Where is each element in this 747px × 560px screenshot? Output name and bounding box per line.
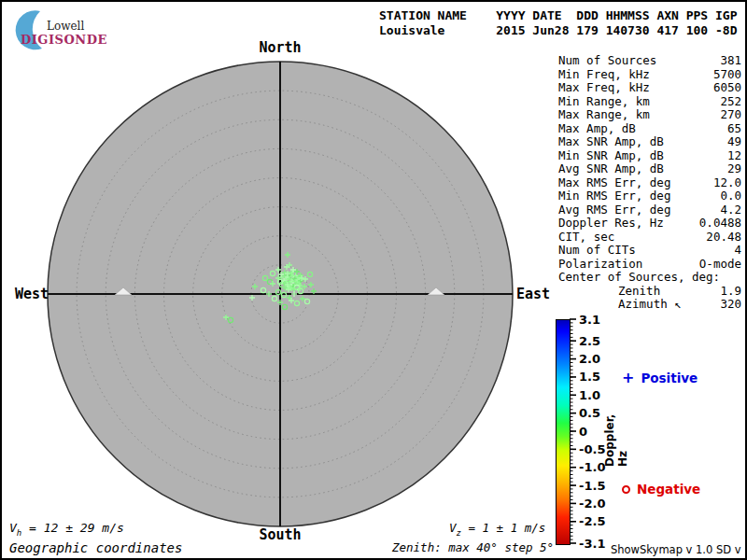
- legend-positive: + Positive: [622, 371, 698, 385]
- legend-negative-label: Negative: [637, 482, 700, 497]
- stats-row: Doppler Res, Hz0.0488: [558, 217, 741, 231]
- zenith-range-note: Zenith: max 40° step 5°: [392, 540, 554, 554]
- colorbar-tick-label: 2.5: [579, 334, 600, 348]
- stats-row: Max RMS Err, deg12.0: [558, 176, 741, 190]
- stats-row: Min RMS Err, deg0.0: [558, 189, 741, 203]
- stats-row: Azimuth ↖320: [558, 298, 741, 312]
- stats-row: CIT, sec20.48: [558, 231, 741, 245]
- stats-row: Max Range, km270: [558, 108, 741, 122]
- colorbar-tick-label: 2.0: [579, 352, 600, 366]
- legend-negative: Negative: [622, 482, 700, 497]
- stats-row: Avg RMS Err, deg4.2: [558, 203, 741, 217]
- legend-positive-label: Positive: [641, 371, 698, 385]
- stats-row: Num of CITs4: [558, 244, 741, 258]
- vertical-velocity-readout: Vz = 1 ± 1 m/s: [449, 521, 545, 538]
- colorbar-tick-label: -2.5: [579, 514, 605, 528]
- colorbar-tick-label: 3.1: [579, 313, 600, 327]
- software-version: ShowSkymap v 1.0 SD v 5.1: [611, 543, 745, 560]
- horizontal-velocity-readout: Vh = 12 ± 29 m/s: [9, 521, 124, 538]
- stats-row: Avg SNR Amp, dB29: [558, 162, 741, 176]
- stats-row: Center of Sources, deg:: [558, 271, 741, 285]
- compass-north-label: North: [259, 39, 301, 56]
- plus-marker-icon: +: [622, 372, 634, 384]
- stats-row: Max SNR Amp, dB49: [558, 135, 741, 149]
- colorbar-tick-label: -0.5: [579, 442, 605, 456]
- stats-row: Min Range, km252: [558, 95, 741, 109]
- colorbar-tick-label: 1.0: [579, 388, 600, 402]
- skymap-window: Lowell DIGISONDE STATION NAME YYYY DATE …: [0, 0, 747, 560]
- compass-west-label: West: [15, 286, 49, 302]
- colorbar-tick-label: 1.5: [579, 370, 600, 384]
- circle-marker-icon: [622, 485, 630, 494]
- coordinates-note: Geographic coordinates: [9, 540, 182, 555]
- colorbar-tick-label: -2.0: [579, 497, 605, 511]
- stats-row: Max Freq, kHz6050: [558, 81, 741, 95]
- colorbar-tick-label: -1.5: [579, 479, 605, 493]
- colorbar-tick-label: -3.1: [579, 537, 605, 551]
- stats-row: Zenith1.9: [558, 285, 741, 299]
- stats-row: Min Freq, kHz5700: [558, 68, 741, 82]
- colorbar-axis-label: Doppler, Hz: [603, 405, 629, 467]
- doppler-colorbar: [556, 319, 571, 545]
- stats-row: Num of Sources381: [558, 54, 741, 68]
- compass-south-label: South: [259, 526, 301, 543]
- stats-row: Min SNR Amp, dB12: [558, 149, 741, 163]
- colorbar-tick-label: 0.5: [579, 406, 600, 420]
- colorbar-tick-label: 0: [579, 425, 587, 439]
- stats-panel: Num of Sources381Min Freq, kHz5700Max Fr…: [558, 54, 741, 312]
- stats-row: Max Amp, dB65: [558, 122, 741, 136]
- stats-row: PolarizationO-mode: [558, 258, 741, 272]
- colorbar-tick-label: -1.0: [579, 460, 605, 474]
- compass-east-label: East: [516, 286, 550, 302]
